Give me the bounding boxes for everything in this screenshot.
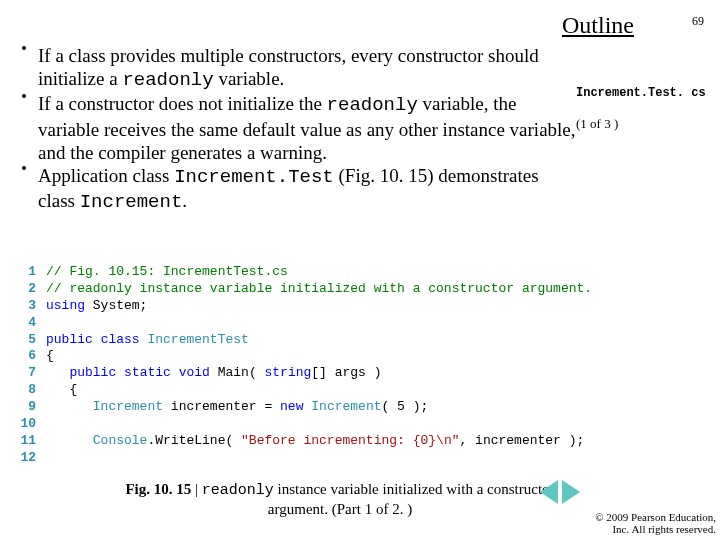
line-number: 4 [12,315,46,332]
line-number: 5 [12,332,46,349]
line-number: 8 [12,382,46,399]
code-line: 6{ [12,348,602,365]
slide: Outline 69 If a class provides multiple … [0,0,720,540]
prev-slide-button[interactable] [540,480,558,504]
code-text: Increment incrementer = new Increment( 5… [46,399,428,416]
code-line: 1// Fig. 10.15: IncrementTest.cs [12,264,602,281]
triangle-left-icon [540,480,558,504]
code-inline: readonly [327,94,418,116]
code-text: { [46,348,54,365]
bullet-list: If a class provides multiple constructor… [22,44,578,214]
line-number: 10 [12,416,46,433]
code-line: 9 Increment incrementer = new Increment(… [12,399,602,416]
bullet-text: . [182,190,187,211]
code-inline: readonly [202,482,274,499]
code-text: { [46,382,77,399]
bullet-text: Application class [38,165,174,186]
page-number: 69 [692,14,704,29]
copyright-line: Inc. All rights reserved. [595,523,716,536]
line-number: 11 [12,433,46,450]
line-number: 7 [12,365,46,382]
line-number: 3 [12,298,46,315]
code-inline: Increment.Test [174,166,334,188]
line-number: 6 [12,348,46,365]
code-inline: readonly [122,69,213,91]
next-slide-button[interactable] [562,480,580,504]
source-filename: Increment.Test. cs [576,86,716,100]
part-indicator: (1 of 3 ) [576,116,716,132]
code-text: // readonly instance variable initialize… [46,281,592,298]
code-line: 3using System; [12,298,602,315]
bullet-text: If a constructor does not initialize the [38,93,327,114]
code-listing: 1// Fig. 10.15: IncrementTest.cs2// read… [12,264,602,467]
code-line: 5public class IncrementTest [12,332,602,349]
caption-sep: | [195,481,202,497]
slide-header: Outline 69 [424,12,704,39]
bullet-dot-icon [22,166,26,170]
code-line: 4 [12,315,602,332]
code-line: 2// readonly instance variable initializ… [12,281,602,298]
nav-arrows [540,480,580,504]
code-text: using System; [46,298,147,315]
figure-caption: Fig. 10. 15 | readonly instance variable… [110,480,570,518]
code-inline: Increment [80,191,183,213]
code-line: 10 [12,416,602,433]
line-number: 12 [12,450,46,467]
copyright-line: © 2009 Pearson Education, [595,511,716,524]
code-line: 11 Console.WriteLine( "Before incrementi… [12,433,602,450]
side-metadata: Increment.Test. cs (1 of 3 ) [576,86,716,132]
bullet-dot-icon [22,46,26,50]
code-line: 12 [12,450,602,467]
outline-title: Outline [562,12,634,39]
bullet-text: If a class provides multiple constructor… [38,45,539,89]
code-text: public static void Main( string[] args ) [46,365,382,382]
code-text: Console.WriteLine( "Before incrementing:… [46,433,584,450]
bullet-item: Application class Increment.Test (Fig. 1… [22,164,578,214]
line-number: 9 [12,399,46,416]
caption-text: instance variable initialized with a con… [268,481,555,517]
copyright-notice: © 2009 Pearson Education, Inc. All right… [595,511,716,536]
bullet-item: If a class provides multiple constructor… [22,44,578,92]
bullet-text: variable. [214,68,285,89]
code-line: 8 { [12,382,602,399]
triangle-right-icon [562,480,580,504]
bullet-item: If a constructor does not initialize the… [22,92,578,164]
bullet-dot-icon [22,94,26,98]
line-number: 2 [12,281,46,298]
code-text: public class IncrementTest [46,332,249,349]
caption-bold: Fig. 10. 15 [125,481,195,497]
code-text: // Fig. 10.15: IncrementTest.cs [46,264,288,281]
line-number: 1 [12,264,46,281]
code-line: 7 public static void Main( string[] args… [12,365,602,382]
